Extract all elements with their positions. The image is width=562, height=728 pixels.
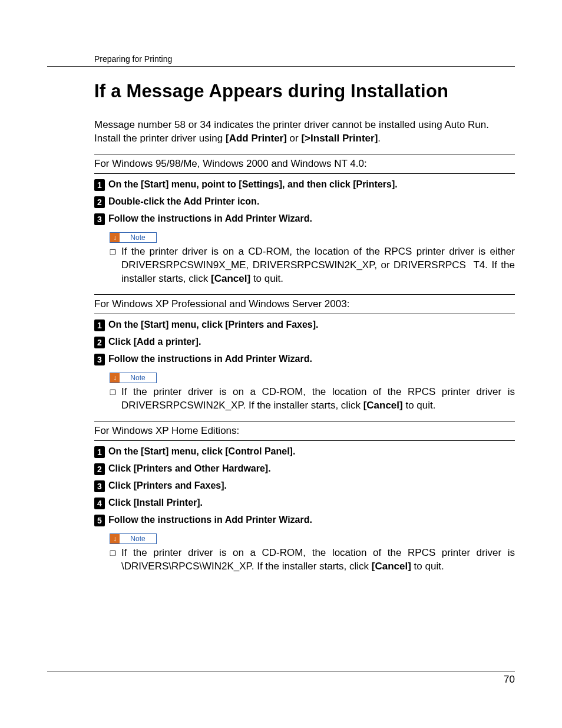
note-badge: ↓Note: [110, 533, 157, 544]
step-text: Double-click the Add Printer icon.: [108, 196, 259, 208]
step-text: Follow the instructions in Add Printer W…: [108, 514, 312, 526]
note-body: If the printer driver is on a CD-ROM, th…: [110, 386, 515, 413]
note-label: Note: [120, 374, 156, 382]
note-badge: ↓Note: [110, 373, 157, 383]
step: 5Follow the instructions in Add Printer …: [94, 514, 515, 526]
procedure-section: For Windows XP Professional and Windows …: [94, 294, 515, 413]
step: 2Double-click the Add Printer icon.: [94, 196, 515, 208]
step-number-icon: 3: [94, 480, 105, 492]
section-heading: For Windows XP Home Editions:: [94, 425, 515, 441]
note-bullet-icon: [110, 386, 117, 413]
down-arrow-icon: ↓: [110, 373, 120, 383]
step-number-icon: 1: [94, 446, 105, 458]
step-number-icon: 3: [94, 354, 105, 365]
step: 1On the [Start] menu, click [Control Pan…: [94, 446, 515, 458]
note-badge: ↓Note: [110, 232, 157, 243]
step-number-icon: 5: [94, 515, 105, 526]
down-arrow-icon: ↓: [110, 233, 120, 242]
step: 3Follow the instructions in Add Printer …: [94, 353, 515, 365]
step: 2Click [Printers and Other Hardware].: [94, 463, 515, 475]
step-number-icon: 2: [94, 337, 105, 348]
step-text: Follow the instructions in Add Printer W…: [108, 353, 312, 365]
step-number-icon: 2: [94, 463, 105, 475]
procedure-section: For Windows 95/98/Me, Windows 2000 and W…: [94, 154, 515, 286]
note-body: If the printer driver is on a CD-ROM, th…: [110, 546, 515, 574]
note-label: Note: [120, 535, 156, 543]
note-label: Note: [120, 233, 156, 242]
note-text: If the printer driver is on a CD-ROM, th…: [121, 245, 515, 286]
step-text: Click [Add a printer].: [108, 336, 201, 348]
step-number-icon: 1: [94, 179, 105, 191]
note-body: If the printer driver is on a CD-ROM, th…: [110, 245, 515, 286]
step-number-icon: 4: [94, 498, 105, 509]
step-text: On the [Start] menu, point to [Settings]…: [108, 179, 398, 191]
note-bullet-icon: [110, 245, 117, 286]
step-number-icon: 2: [94, 196, 105, 208]
section-heading: For Windows 95/98/Me, Windows 2000 and W…: [94, 158, 515, 174]
page-title: If a Message Appears during Installation: [94, 81, 515, 102]
step-text: Click [Printers and Other Hardware].: [108, 463, 271, 475]
step: 2Click [Add a printer].: [94, 336, 515, 348]
step-text: Click [Install Printer].: [108, 497, 203, 509]
note-bullet-icon: [110, 546, 117, 574]
note-text: If the printer driver is on a CD-ROM, th…: [121, 546, 515, 574]
note-text: If the printer driver is on a CD-ROM, th…: [121, 386, 515, 413]
step-number-icon: 1: [94, 319, 105, 331]
step-number-icon: 3: [94, 213, 105, 225]
page-content: If a Message Appears during Installation…: [47, 81, 515, 573]
page-number: 70: [47, 671, 515, 686]
step-text: On the [Start] menu, click [Control Pane…: [108, 446, 295, 458]
running-head: Preparing for Printing: [47, 54, 515, 67]
step: 1On the [Start] menu, click [Printers an…: [94, 319, 515, 331]
step: 4Click [Install Printer].: [94, 497, 515, 509]
down-arrow-icon: ↓: [110, 534, 120, 543]
step-text: Follow the instructions in Add Printer W…: [108, 213, 312, 225]
step-text: Click [Printers and Faxes].: [108, 480, 227, 492]
section-heading: For Windows XP Professional and Windows …: [94, 298, 515, 314]
step: 3Click [Printers and Faxes].: [94, 480, 515, 492]
step-text: On the [Start] menu, click [Printers and…: [108, 319, 319, 331]
intro-paragraph: Message number 58 or 34 indicates the pr…: [94, 118, 515, 146]
procedure-section: For Windows XP Home Editions:1On the [St…: [94, 421, 515, 574]
step: 1On the [Start] menu, point to [Settings…: [94, 179, 515, 191]
document-page: Preparing for Printing If a Message Appe…: [0, 0, 562, 728]
step: 3Follow the instructions in Add Printer …: [94, 213, 515, 225]
